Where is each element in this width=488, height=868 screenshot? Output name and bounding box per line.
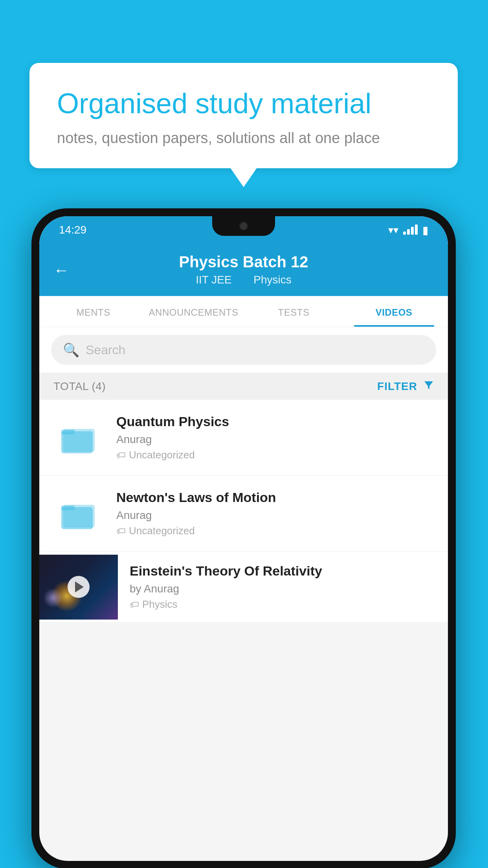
total-count: TOTAL (4): [53, 380, 106, 393]
tab-announcements[interactable]: ANNOUNCEMENTS: [143, 296, 244, 327]
tab-videos[interactable]: VIDEOS: [344, 296, 444, 327]
speech-bubble-subtitle: notes, question papers, solutions all at…: [57, 130, 430, 147]
svg-rect-6: [61, 506, 75, 510]
tab-tests[interactable]: TESTS: [244, 296, 344, 327]
tab-ments[interactable]: MENTS: [43, 296, 143, 327]
list-item[interactable]: Newton's Laws of Motion Anurag 🏷 Uncateg…: [39, 476, 448, 552]
app-header: ← Physics Batch 12 IIT JEE Physics: [39, 244, 448, 296]
video-info-2: Newton's Laws of Motion Anurag 🏷 Uncateg…: [116, 490, 434, 537]
back-button[interactable]: ←: [53, 261, 69, 279]
phone-screen: 14:29 ▾▾ ▮ ← Physics Batch 12 IIT JEE Ph…: [39, 216, 448, 861]
speech-bubble-title: Organised study material: [57, 86, 430, 120]
tag-icon-2: 🏷: [116, 526, 126, 537]
folder-icon-2: [53, 492, 105, 535]
wifi-icon: ▾▾: [388, 224, 398, 236]
filter-funnel-icon: [424, 380, 434, 393]
filter-bar: TOTAL (4) FILTER: [39, 373, 448, 400]
battery-icon: ▮: [422, 224, 428, 237]
status-icons: ▾▾ ▮: [388, 224, 428, 237]
list-item[interactable]: Quantum Physics Anurag 🏷 Uncategorized: [39, 400, 448, 476]
video-author-1: Anurag: [116, 433, 434, 446]
play-triangle: [75, 581, 84, 592]
video-title-3: Einstein's Theory Of Relativity: [130, 563, 434, 579]
tab-bar: MENTS ANNOUNCEMENTS TESTS VIDEOS: [39, 296, 448, 327]
filter-button[interactable]: FILTER: [377, 380, 434, 393]
speech-bubble: Organised study material notes, question…: [29, 63, 458, 168]
video-title-2: Newton's Laws of Motion: [116, 490, 434, 505]
phone-frame: 14:29 ▾▾ ▮ ← Physics Batch 12 IIT JEE Ph…: [31, 208, 456, 868]
phone-notch: [212, 216, 275, 236]
thumbnail-glow2: [43, 588, 63, 608]
video-thumbnail-3: [39, 555, 118, 620]
tag-icon-3: 🏷: [130, 599, 139, 610]
list-item[interactable]: Einstein's Theory Of Relativity by Anura…: [39, 552, 448, 623]
video-title-1: Quantum Physics: [116, 414, 434, 429]
signal-bars-icon: [403, 225, 418, 235]
header-subtitle-iit: IIT JEE: [196, 274, 231, 286]
search-icon: 🔍: [63, 342, 79, 358]
header-title: Physics Batch 12: [55, 252, 432, 272]
video-tag-1: 🏷 Uncategorized: [116, 449, 434, 461]
video-author-3: by Anurag: [130, 583, 434, 595]
folder-icon-1: [53, 416, 105, 459]
search-container: 🔍 Search: [39, 327, 448, 373]
header-subtitle-physics: Physics: [253, 274, 291, 286]
search-placeholder: Search: [86, 343, 125, 357]
video-list: Quantum Physics Anurag 🏷 Uncategorized: [39, 400, 448, 623]
video-author-2: Anurag: [116, 509, 434, 522]
tag-icon-1: 🏷: [116, 450, 126, 461]
header-subtitle: IIT JEE Physics: [55, 274, 432, 286]
svg-rect-3: [61, 430, 75, 434]
status-time: 14:29: [59, 224, 86, 236]
svg-rect-5: [61, 507, 93, 529]
svg-marker-0: [424, 381, 433, 389]
video-info-3: Einstein's Theory Of Relativity by Anura…: [130, 552, 434, 622]
camera: [239, 222, 248, 230]
video-tag-3: 🏷 Physics: [130, 598, 434, 611]
video-info-1: Quantum Physics Anurag 🏷 Uncategorized: [116, 414, 434, 461]
video-tag-2: 🏷 Uncategorized: [116, 525, 434, 537]
search-bar[interactable]: 🔍 Search: [51, 335, 436, 365]
svg-rect-2: [61, 431, 93, 453]
play-button-icon[interactable]: [68, 576, 90, 598]
